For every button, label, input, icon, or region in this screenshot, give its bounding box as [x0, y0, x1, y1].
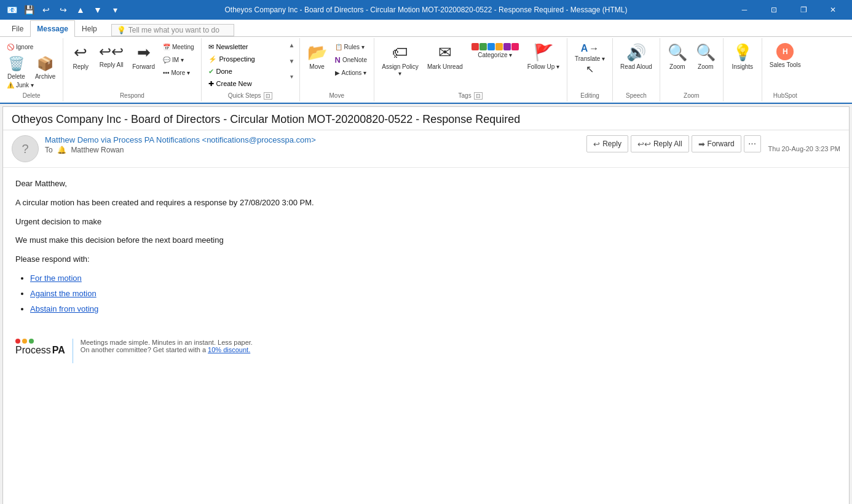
- junk-button[interactable]: ⚠️ Junk ▾: [4, 79, 59, 91]
- quick-access-more[interactable]: ▾: [108, 3, 122, 17]
- meeting-button[interactable]: 📅 Meeting: [160, 41, 197, 53]
- delete-icon: 🗑️: [8, 56, 25, 72]
- reply-button[interactable]: ↩ Reply: [67, 41, 94, 81]
- footer-promo-text: On another committee? Get started with a: [81, 346, 208, 353]
- to-indicator: 🔔: [57, 146, 66, 154]
- ignore-icon: 🚫: [7, 44, 14, 50]
- save-button[interactable]: 💾: [22, 3, 36, 17]
- email-reply-all-button[interactable]: ↩↩ Reply All: [631, 135, 689, 152]
- tags-group-content: 🏷 Assign Policy ▾ ✉ Mark Unread Categori…: [378, 41, 563, 91]
- onenote-icon: N: [335, 55, 341, 65]
- email-reply-button[interactable]: ↩ Reply: [586, 135, 628, 152]
- move-icon: 📂: [307, 43, 327, 62]
- tell-me-search[interactable]: 💡 Tell me what you want to do: [111, 24, 234, 36]
- sender-line[interactable]: Matthew Demo via Process PA Notification…: [45, 135, 586, 144]
- body-line4: Please respond with:: [15, 253, 837, 266]
- for-motion-link[interactable]: For the motion: [30, 274, 82, 283]
- actions-button[interactable]: ▶ Actions ▾: [332, 66, 370, 79]
- zoom-button[interactable]: 🔍 Zoom: [664, 41, 691, 81]
- newsletter-step[interactable]: ✉ Newsletter: [205, 41, 287, 53]
- forward-icon: ➡: [137, 43, 151, 62]
- ribbon-group-hubspot: H Sales Tools HubSpot: [762, 38, 808, 101]
- ribbon-group-speech: 🔊 Read Aloud Speech: [613, 38, 660, 101]
- delete-button[interactable]: 🗑️ Delete: [4, 53, 29, 78]
- process-pa-logo-block: ProcessPA: [15, 339, 65, 356]
- translate-icon: A→: [581, 43, 599, 54]
- editing-group-content: A→ Translate ▾ ↖: [571, 41, 609, 91]
- zoom2-button[interactable]: 🔍 Zoom: [692, 41, 719, 81]
- logo-pa-text: PA: [52, 345, 65, 356]
- translate-button[interactable]: A→ Translate ▾ ↖: [571, 41, 609, 81]
- im-icon: 💬: [163, 57, 170, 63]
- scroll-up-button[interactable]: ▲: [74, 3, 87, 17]
- tab-file[interactable]: File: [5, 20, 30, 36]
- email-forward-button[interactable]: ➡ Forward: [692, 135, 741, 152]
- footer-promo-link[interactable]: 10% discount.: [208, 346, 250, 353]
- move-button[interactable]: 📂 Move: [304, 41, 331, 81]
- quick-steps-scroll: ▲ ▼ ▾: [288, 41, 296, 81]
- list-item-abstain: Abstain from voting: [30, 303, 837, 316]
- email-area: Otheyos Company Inc - Board of Directors…: [2, 106, 850, 504]
- forward-button[interactable]: ➡ Forward: [128, 41, 159, 81]
- list-item-against-motion: Against the motion: [30, 288, 837, 301]
- hubspot-group-content: H Sales Tools: [766, 41, 805, 91]
- qs-scroll-up[interactable]: ▲: [288, 42, 296, 49]
- prospecting-step[interactable]: ⚡ Prospecting: [205, 53, 287, 65]
- ignore-button[interactable]: 🚫 Ignore: [4, 41, 59, 53]
- onenote-button[interactable]: N OneNote: [332, 53, 370, 66]
- categorize-button[interactable]: Categorize ▾: [468, 41, 523, 81]
- move-group-content: 📂 Move 📋 Rules ▾ N OneNote ▶ Actions ▾: [304, 41, 370, 91]
- ribbon-group-tags: 🏷 Assign Policy ▾ ✉ Mark Unread Categori…: [374, 38, 567, 101]
- tags-group-label: Tags ⊡: [378, 91, 563, 99]
- archive-button[interactable]: 📦 Archive: [31, 53, 59, 78]
- tab-message[interactable]: Message: [30, 20, 75, 37]
- qs-scroll-down[interactable]: ▼: [288, 58, 296, 65]
- more-respond-button[interactable]: ••• More ▾: [160, 66, 197, 79]
- reply-all-icon: ↩↩: [99, 43, 124, 60]
- delete-group-content: 🚫 Ignore 🗑️ Delete 📦 Archive ⚠️ Junk ▾: [4, 41, 59, 91]
- follow-up-button[interactable]: 🚩 Follow Up ▾: [524, 41, 563, 81]
- read-aloud-button[interactable]: 🔊 Read Aloud: [617, 41, 656, 81]
- reply-all-button[interactable]: ↩↩ Reply All: [95, 41, 127, 81]
- dot-red: [15, 339, 20, 344]
- done-step[interactable]: ✔ Done: [205, 65, 287, 77]
- list-item-for-motion: For the motion: [30, 272, 837, 285]
- body-line2: Urgent decision to make: [15, 216, 837, 229]
- email-footer: ProcessPA Meetings made simple. Minutes …: [3, 331, 849, 376]
- against-motion-link[interactable]: Against the motion: [30, 289, 97, 298]
- insights-icon: 💡: [733, 43, 752, 62]
- dot-green: [29, 339, 34, 344]
- window-title: Otheyos Company Inc - Board of Directors…: [122, 6, 730, 14]
- zoom-icon: 🔍: [668, 43, 687, 62]
- junk-icon: ⚠️: [7, 82, 14, 89]
- create-new-step[interactable]: ✚ Create New: [205, 77, 287, 90]
- close-button[interactable]: ✕: [819, 0, 847, 20]
- rules-icon: 📋: [335, 44, 342, 50]
- rules-button[interactable]: 📋 Rules ▾: [332, 41, 370, 53]
- footer-promo: On another committee? Get started with a…: [81, 346, 253, 353]
- scroll-down-button[interactable]: ▼: [91, 3, 105, 17]
- maximize-button[interactable]: ❐: [789, 0, 818, 20]
- assign-policy-icon: 🏷: [392, 43, 408, 62]
- abstain-link[interactable]: Abstain from voting: [30, 304, 98, 313]
- quick-steps-expand[interactable]: ⊡: [264, 92, 272, 100]
- tags-expand[interactable]: ⊡: [474, 92, 483, 100]
- title-bar: 📧 💾 ↩ ↪ ▲ ▼ ▾ Otheyos Company Inc - Boar…: [0, 0, 852, 20]
- redo-button[interactable]: ↪: [57, 3, 70, 17]
- im-button[interactable]: 💬 IM ▾: [160, 53, 197, 66]
- email-more-button[interactable]: ···: [744, 135, 761, 152]
- meeting-icon: 📅: [163, 44, 170, 50]
- insights-group-content: 💡 Insights: [727, 41, 758, 98]
- ribbon-tabs: File Message Help 💡 Tell me what you wan…: [0, 20, 852, 37]
- assign-policy-button[interactable]: 🏷 Assign Policy ▾: [378, 41, 422, 81]
- undo-button[interactable]: ↩: [39, 3, 53, 17]
- qs-more[interactable]: ▾: [288, 73, 296, 80]
- quick-steps-content: ✉ Newsletter ⚡ Prospecting ✔ Done ✚ Crea…: [205, 41, 296, 91]
- insights-button[interactable]: 💡 Insights: [727, 41, 758, 81]
- minimize-button[interactable]: ─: [730, 0, 759, 20]
- done-icon: ✔: [208, 68, 214, 76]
- restore-button[interactable]: ⊡: [760, 0, 788, 20]
- tab-help[interactable]: Help: [75, 20, 104, 36]
- sales-tools-button[interactable]: H Sales Tools: [766, 41, 805, 81]
- mark-unread-button[interactable]: ✉ Mark Unread: [424, 41, 467, 81]
